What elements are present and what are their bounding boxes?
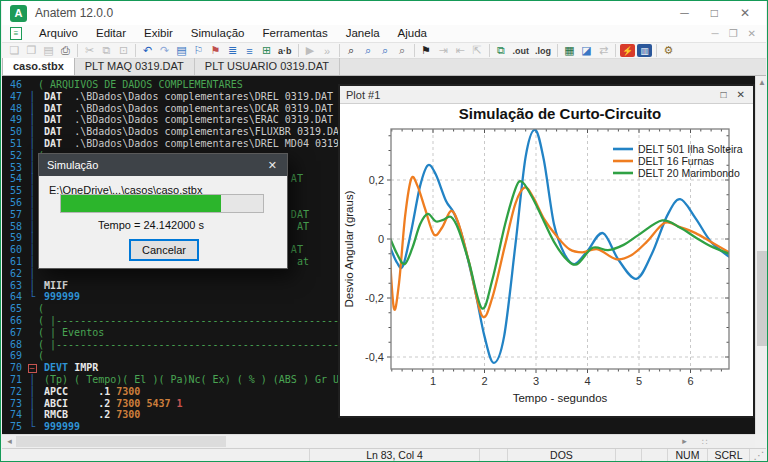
line-number: 66 [2,315,26,327]
line-chart: Simulação de Curto-Circuito1234560,20-0,… [340,104,753,416]
editor-line[interactable]: 75└ 999999 [2,421,526,433]
menu-janela[interactable]: Janela [337,25,389,42]
scroll-up-icon[interactable]: ▲ [756,76,768,89]
plot-window-title-bar[interactable]: Plot #1 □ ✕ [340,86,753,104]
fold-indicator [26,327,38,339]
search-icon[interactable]: ⌕ [343,43,360,58]
chart-area: Simulação de Curto-Circuito1234560,20-0,… [340,104,753,416]
fold-indicator: │ [26,221,38,233]
fold-indicator: │ [26,256,38,268]
fold-indicator[interactable]: − [26,362,38,374]
config-folder-icon[interactable]: ⚙ [660,43,677,58]
document-preview-icon[interactable]: ▤ [173,43,190,58]
search-next-icon[interactable]: ⌕ [360,43,377,58]
vertical-scroll-thumb[interactable] [757,251,768,346]
fold-indicator: └ [26,421,38,433]
table-view-icon[interactable]: ▦ [561,43,578,58]
mdi-close-button[interactable]: ✕ [748,28,756,39]
toolbar-separator [615,44,616,57]
tab-caso-stbx[interactable]: caso.stbx [2,58,75,75]
tab-plt-maq-0319-dat[interactable]: PLT MAQ 0319.DAT [75,58,195,75]
line-number: 64 [2,291,26,303]
menu-ajuda[interactable]: Ajuda [389,25,436,42]
line-text: DAT .\BDados\Dados complementares\DREL M… [38,138,363,150]
cut-icon[interactable]: ✂ [81,43,98,58]
toolbar-separator [557,44,558,57]
close-button[interactable]: ✕ [740,1,750,25]
log-file-button[interactable]: .log [532,43,554,58]
scroll-right-icon[interactable]: ▸ [678,435,691,448]
menu-simulação[interactable]: Simulação [182,25,254,42]
line-number: 47 [2,91,26,103]
plot-restore-button[interactable]: □ [721,89,727,100]
search-prev-icon[interactable]: ⌕ [377,43,394,58]
chart-view-icon[interactable]: ◪ [578,43,595,58]
copy-formatted-icon[interactable]: ⧉ [493,43,510,58]
mdi-restore-button[interactable]: ❐ [729,28,738,39]
undo-icon[interactable]: ↶ [139,43,156,58]
fold-indicator: │ [26,268,38,280]
line-number: 68 [2,339,26,351]
editor-horizontal-scrollbar[interactable]: ◂ ▸ ∷ [2,434,755,448]
status-num: NUM [668,449,708,462]
maximize-button[interactable]: □ [711,1,718,25]
line-number: 58 [2,221,26,233]
list-icon[interactable]: ≣ [224,43,241,58]
compare-icon[interactable]: ⇄ [595,43,612,58]
fold-indicator: │ [26,126,38,138]
indent-list-icon[interactable]: ≡ [241,43,258,58]
line-number: 59 [2,232,26,244]
resize-grip-icon[interactable]: ⋰ [750,449,766,462]
replace-ab-icon[interactable]: a·b [275,43,295,58]
simulation-progress-dialog[interactable]: Simulação ✕ E:\OneDrive\...\casos\caso.s… [38,153,288,269]
plot-viewer-icon[interactable]: ▥ [637,44,652,57]
menu-editar[interactable]: Editar [87,25,135,42]
title-bar: A Anatem 12.0.0 ─□✕ [2,1,766,25]
plot-window[interactable]: Plot #1 □ ✕ Simulação de Curto-Circuito1… [338,84,755,418]
editor-vertical-scrollbar[interactable]: ▲ [755,76,768,434]
dialog-title-bar[interactable]: Simulação ✕ [39,154,287,176]
run-simulation-icon[interactable]: ⚡ [620,44,635,57]
new-file-icon[interactable]: ❏ [6,43,23,58]
menu-arquivo[interactable]: Arquivo [30,25,87,42]
horizontal-scroll-thumb[interactable] [16,436,226,447]
bookmark-next-icon[interactable]: ⇥ [435,43,452,58]
line-text: ( | Eventos [38,327,104,339]
plot-close-button[interactable]: ✕ [737,89,745,100]
print-icon[interactable]: ⎙ [57,43,74,58]
bookmark-prev-icon[interactable]: ⇤ [452,43,469,58]
cancel-button[interactable]: Cancelar [129,239,199,261]
fold-indicator: │ [26,197,38,209]
window-title: Anatem 12.0.0 [35,6,113,20]
svg-text:5: 5 [636,375,642,387]
dialog-title: Simulação [47,159,98,171]
tab-plt-usuario-0319-dat[interactable]: PLT USUARIO 0319.DAT [195,58,340,75]
copy-icon[interactable]: ⧉ [98,43,115,58]
scroll-left-icon[interactable]: ◂ [3,435,16,448]
save-icon[interactable]: ▤ [40,43,57,58]
bookmark-clear-icon[interactable]: ⇱ [469,43,486,58]
fold-indicator [26,79,38,91]
minimize-button[interactable]: ─ [680,1,689,25]
menu-ferramentas[interactable]: Ferramentas [254,25,337,42]
out-file-button[interactable]: .out [510,43,533,58]
line-number: 69 [2,350,26,362]
bookmark-icon[interactable]: ⚑ [418,43,435,58]
incremental-search-icon[interactable]: ⌕ [394,43,411,58]
svg-text:0,2: 0,2 [369,174,384,186]
line-number: 61 [2,256,26,268]
play-icon[interactable]: ▶ [302,43,319,58]
fast-forward-icon[interactable]: » [319,43,336,58]
paste-icon[interactable]: ⊡ [115,43,132,58]
insert-rows-icon[interactable]: ⊞ [258,43,275,58]
collapse-icon[interactable]: − [28,364,37,373]
dialog-close-icon[interactable]: ✕ [268,159,287,172]
line-text: DAT .\BDados\Dados complementares\ERAC 0… [38,114,333,126]
remove-tag-icon[interactable]: ⚑ [207,43,224,58]
open-file-icon[interactable]: ❐ [23,43,40,58]
add-tag-icon[interactable]: ⚐ [190,43,207,58]
status-bar: Ln 83, Col 4DOSNUMSCRL⋰ [2,448,766,462]
menu-exibir[interactable]: Exibir [135,25,182,42]
redo-icon[interactable]: ↷ [156,43,173,58]
mdi-minimize-button[interactable]: ─ [712,28,719,39]
